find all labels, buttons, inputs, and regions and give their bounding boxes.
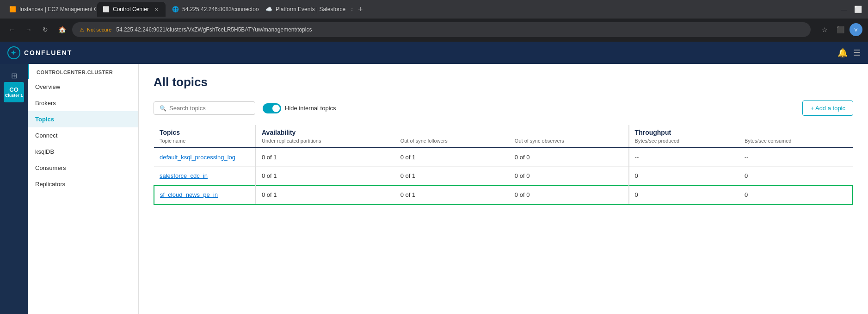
out-of-sync-observers-cell: 0 of 0 [509,167,629,186]
under-replicated-cell: 0 of 1 [256,148,395,167]
back-button[interactable]: ← [6,23,18,36]
tab-ec2-favicon: 🟧 [9,6,16,13]
sidebar-item-topics[interactable]: Topics [28,111,138,127]
out-of-sync-followers-cell: 0 of 1 [395,167,509,186]
address-bar: ← → ↻ 🏠 ⚠ Not secure 54.225.42.246:9021/… [0,19,868,41]
tab-conn-favicon: 🌐 [172,6,179,13]
search-input[interactable] [169,105,249,112]
under-replicated-cell: 0 of 1 [256,167,395,186]
sidebar-item-connect-label: Connect [35,132,57,139]
sidebar-item-topics-label: Topics [35,116,54,123]
sidebar-item-brokers-label: Brokers [35,100,56,107]
hamburger-menu[interactable]: ☰ [853,48,861,58]
security-warning: ⚠ [80,27,84,33]
cluster-tab: ⊞ CO Cluster 1 [0,64,28,314]
page-title: All topics [154,75,853,89]
forward-button[interactable]: → [22,23,35,36]
cluster-label: Cluster 1 [5,93,23,98]
logo-icon: ✦ [7,46,20,59]
sidebar-item-brokers[interactable]: Brokers [28,95,138,111]
sidebar-item-overview-label: Overview [35,83,60,90]
topic-name-cell[interactable]: sf_cloud_news_pe_in [154,185,256,204]
out-of-sync-observers-cell: 0 of 0 [509,148,629,167]
content-area: All topics 🔍 Hide internal topics + Add … [139,64,868,314]
bytes-produced-cell: 0 [629,185,739,204]
sidebar-item-connect[interactable]: Connect [28,127,138,144]
table-row[interactable]: default_ksql_processing_log0 of 10 of 10… [154,148,853,167]
confluent-logo: ✦ CONFLUENT [7,46,72,59]
under-replicated-cell: 0 of 1 [256,185,395,204]
cluster-button[interactable]: CO Cluster 1 [4,82,24,102]
under-replicated-header: Under replicated partitions [256,137,395,148]
new-tab-button[interactable]: + [353,5,368,14]
topic-name-link[interactable]: salesforce_cdc_in [160,172,208,179]
address-text: 54.225.42.246:9021/clusters/VxZWgFshTceL… [116,26,312,33]
sidebar-nav: CONTROLCENTER.CLUSTER Overview Brokers T… [28,64,138,314]
notifications-bell[interactable]: 🔔 [837,48,848,58]
bytes-consumed-header: Bytes/sec consumed [739,137,853,148]
address-input[interactable]: ⚠ Not secure 54.225.42.246:9021/clusters… [72,22,811,37]
sidebar-item-overview[interactable]: Overview [28,79,138,95]
topic-name-cell[interactable]: default_ksql_processing_log [154,148,256,167]
table-row[interactable]: sf_cloud_news_pe_in0 of 10 of 10 of 000 [154,185,853,204]
availability-section-header: Availability [256,125,629,137]
tab-ec2-title: Instances | EC2 Management Cor... [19,6,96,13]
tab-salesforce[interactable]: ☁️ Platform Events | Salesforce ✕ [260,2,352,17]
cluster-name: CONTROLCENTER.CLUSTER [28,64,138,79]
maximize-button[interactable]: ⬜ [851,3,864,16]
add-topic-button[interactable]: + Add a topic [802,100,853,116]
tab-connectors[interactable]: 🌐 54.225.42.246:8083/connectors/s ✕ [166,2,259,17]
tab-bar: 🟧 Instances | EC2 Management Cor... ✕ ⬜ … [0,0,868,19]
bytes-produced-cell: 0 [629,167,739,186]
top-nav: ✦ CONFLUENT 🔔 ☰ [0,42,868,64]
tab-sf-close[interactable]: ✕ [349,6,352,13]
topics-table: Topics Availability Throughput Topic nam… [154,125,853,205]
topic-name-link[interactable]: sf_cloud_news_pe_in [160,191,218,198]
bytes-consumed-cell: 0 [739,185,853,204]
bookmark-button[interactable]: ☆ [818,23,831,36]
sidebar-item-consumers[interactable]: Consumers [28,160,138,176]
not-secure-label: Not secure [87,27,111,32]
profile-button[interactable]: V [850,23,862,36]
out-of-sync-followers-cell: 0 of 1 [395,185,509,204]
sidebar-item-replicators-label: Replicators [35,181,65,188]
hide-internal-toggle[interactable] [263,103,281,113]
out-of-sync-followers-cell: 0 of 1 [395,148,509,167]
minimize-button[interactable]: — [837,3,850,16]
search-icon: 🔍 [160,105,166,112]
toolbar: 🔍 Hide internal topics + Add a topic [154,100,853,116]
sidebar-item-ksqldb[interactable]: ksqlDB [28,144,138,160]
toggle-label: Hide internal topics [285,105,336,112]
table-row[interactable]: salesforce_cdc_in0 of 10 of 10 of 000 [154,167,853,186]
home-button[interactable]: 🏠 [55,23,68,36]
tab-controlcenter[interactable]: ⬜ Control Center ✕ [97,2,166,17]
search-box[interactable]: 🔍 [154,101,255,115]
browser-chrome: 🟧 Instances | EC2 Management Cor... ✕ ⬜ … [0,0,868,42]
table-header-section-row: Topics Availability Throughput [154,125,853,137]
grid-icon[interactable]: ⊞ [11,71,17,80]
toggle-wrapper: Hide internal topics [263,103,336,113]
sidebar-item-ksqldb-label: ksqlDB [35,148,54,155]
topic-name-link[interactable]: default_ksql_processing_log [160,154,235,161]
tab-ec2[interactable]: 🟧 Instances | EC2 Management Cor... ✕ [4,2,96,17]
main-area: ⊞ CO Cluster 1 CONTROLCENTER.CLUSTER Ove… [0,64,868,314]
tab-cc-favicon: ⬜ [103,6,109,13]
tab-cc-close[interactable]: ✕ [153,6,160,13]
extension-button[interactable]: ⬛ [834,23,847,36]
refresh-button[interactable]: ↻ [39,23,52,36]
tab-sf-title: Platform Events | Salesforce [276,6,345,13]
topics-table-body: default_ksql_processing_log0 of 10 of 10… [154,148,853,204]
add-topic-label: + Add a topic [810,105,845,112]
throughput-section-header: Throughput [629,125,853,137]
out-of-sync-followers-header: Out of sync followers [395,137,509,148]
bytes-produced-header: Bytes/sec produced [629,137,739,148]
tab-conn-title: 54.225.42.246:8083/connectors/s [182,6,259,13]
table-header-sub-row: Topic name Under replicated partitions O… [154,137,853,148]
out-of-sync-observers-header: Out of sync observers [509,137,629,148]
out-of-sync-observers-cell: 0 of 0 [509,185,629,204]
topic-name-cell[interactable]: salesforce_cdc_in [154,167,256,186]
sidebar-item-consumers-label: Consumers [35,164,66,171]
topics-section-header: Topics [154,125,256,137]
logo-text: CONFLUENT [24,49,72,57]
sidebar-item-replicators[interactable]: Replicators [28,176,138,192]
